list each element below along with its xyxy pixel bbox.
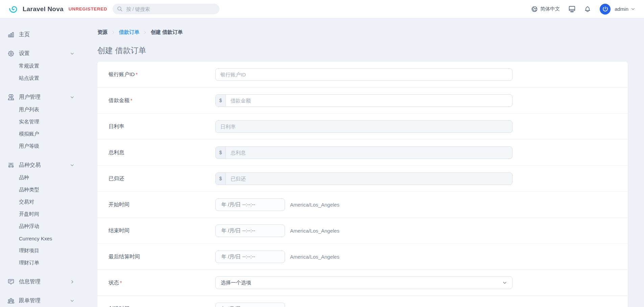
field-label: 结束时间 <box>109 227 215 234</box>
sidebar-item-site-settings[interactable]: 站点设置 <box>7 74 74 82</box>
chat-bubble-icon <box>7 278 15 285</box>
repaid-input[interactable] <box>226 173 512 185</box>
loan-amount-input[interactable] <box>226 95 512 107</box>
form-row-end-time: 结束时间 年 /月/日 --:--:-- America/Los_Angeles <box>97 218 628 244</box>
brand-name: Laravel Nova <box>23 5 64 13</box>
user-group-icon <box>7 297 15 304</box>
chart-bar-icon <box>7 31 15 38</box>
sidebar-item-user-list[interactable]: 用户列表 <box>7 105 74 114</box>
created-time-input[interactable]: 年 /月/日 --:--:-- <box>215 303 285 307</box>
nova-logo-icon <box>9 4 19 14</box>
chevron-down-icon <box>70 51 74 56</box>
license-badge: UNREGISTERED <box>69 6 107 11</box>
sidebar-item-demo-accounts[interactable]: 模拟账户 <box>7 130 74 138</box>
chevron-down-icon <box>502 280 507 285</box>
breadcrumb-loan-orders[interactable]: 借款订单 <box>119 29 139 36</box>
sidebar-item-home[interactable]: 主页 <box>7 30 74 39</box>
breadcrumb-current: 创建 借款订单 <box>151 29 183 36</box>
sidebar-item-instrument-float[interactable]: 品种浮动 <box>7 222 74 230</box>
chevron-down-icon <box>70 163 74 167</box>
sidebar-item-wealth-projects[interactable]: 理财项目 <box>7 246 74 255</box>
field-label: 日利率 <box>109 123 215 130</box>
create-form-card: 银行账户ID* 借款金额* $ 日利率 <box>97 62 628 307</box>
required-marker: * <box>130 98 132 103</box>
chevron-right-icon <box>70 280 74 284</box>
chevron-right-icon <box>111 30 115 34</box>
sidebar-item-copy-trading[interactable]: 跟单管理 <box>7 297 74 305</box>
daily-rate-input[interactable] <box>215 120 512 133</box>
form-row-total-interest: 总利息 $ <box>97 140 628 166</box>
field-label: 创建时间 <box>109 305 215 307</box>
form-row-start-time: 开始时间 年 /月/日 --:--:-- America/Los_Angeles <box>97 192 628 218</box>
username[interactable]: admin <box>615 6 628 12</box>
required-marker: * <box>136 72 138 77</box>
brand[interactable]: Laravel Nova <box>9 4 64 14</box>
locale-switcher[interactable]: 简体中文 <box>531 6 560 13</box>
field-label: 开始时间 <box>109 201 215 208</box>
sidebar-item-general-settings[interactable]: 常规设置 <box>7 62 74 70</box>
required-marker: * <box>120 280 122 285</box>
form-row-last-settle-time: 最后结算时间 年 /月/日 --:--:-- America/Los_Angel… <box>97 244 628 270</box>
sidebar-item-info-management[interactable]: 信息管理 <box>7 278 74 286</box>
form-row-status: 状态* 选择一个选项 <box>97 270 628 296</box>
sidebar-item-user-management[interactable]: 用户管理 <box>7 93 74 101</box>
locale-label: 简体中文 <box>540 6 560 12</box>
repaid-group: $ <box>215 172 512 185</box>
start-time-input[interactable]: 年 /月/日 --:--:-- <box>215 198 285 211</box>
page-title: 创建 借款订单 <box>97 45 628 56</box>
bank-account-id-input[interactable] <box>215 68 512 81</box>
form-row-created-time: 创建时间 年 /月/日 --:--:-- America/Los_Angeles <box>97 296 628 307</box>
sidebar-item-open-hours[interactable]: 开盘时间 <box>7 210 74 218</box>
field-label: 银行账户ID* <box>109 71 215 78</box>
main-content: 资源 借款订单 创建 借款订单 创建 借款订单 银行账户ID* 借款金额* $ <box>81 0 644 307</box>
field-label: 已归还 <box>109 175 215 182</box>
sliders-icon <box>7 162 15 169</box>
currency-prefix: $ <box>216 173 226 185</box>
field-label: 最后结算时间 <box>109 253 215 260</box>
theme-monitor-icon[interactable] <box>568 5 576 13</box>
form-row-loan-amount: 借款金额* $ <box>97 88 628 114</box>
end-time-input[interactable]: 年 /月/日 --:--:-- <box>215 225 285 237</box>
chevron-down-icon <box>70 95 74 99</box>
form-row-bank-account-id: 银行账户ID* <box>97 62 628 88</box>
status-select[interactable]: 选择一个选项 <box>215 276 512 289</box>
timezone-label: America/Los_Angeles <box>290 202 339 208</box>
chevron-down-icon <box>70 299 74 303</box>
sidebar-item-trading-pairs[interactable]: 交易对 <box>7 198 74 206</box>
sidebar-item-currency-kxes[interactable]: Currency Kxes <box>7 234 74 242</box>
sidebar-item-kyc-management[interactable]: 实名管理 <box>7 118 74 126</box>
sidebar-item-instrument-types[interactable]: 品种类型 <box>7 186 74 194</box>
field-label: 状态* <box>109 279 215 286</box>
field-label: 借款金额* <box>109 97 215 104</box>
timezone-label: America/Los_Angeles <box>290 228 339 234</box>
users-icon <box>7 94 15 101</box>
currency-prefix: $ <box>216 95 226 107</box>
breadcrumb-resources[interactable]: 资源 <box>97 29 108 36</box>
globe-icon <box>531 6 538 13</box>
top-header: Laravel Nova UNREGISTERED 简体中文 admin <box>0 0 644 18</box>
sidebar-item-instrument-trading[interactable]: 品种交易 <box>7 161 74 169</box>
chevron-right-icon <box>143 30 147 34</box>
avatar[interactable] <box>600 4 611 15</box>
gear-icon <box>7 50 15 57</box>
loan-amount-group: $ <box>215 94 512 107</box>
notifications-bell-icon[interactable] <box>584 6 591 13</box>
field-label: 总利息 <box>109 149 215 156</box>
sidebar-item-user-levels[interactable]: 用户等级 <box>7 142 74 150</box>
sidebar-item-wealth-orders[interactable]: 理财订单 <box>7 259 74 267</box>
last-settle-time-input[interactable]: 年 /月/日 --:--:-- <box>215 251 285 263</box>
sidebar-item-instruments[interactable]: 品种 <box>7 173 74 182</box>
search-input[interactable] <box>113 4 219 14</box>
breadcrumb: 资源 借款订单 创建 借款订单 <box>97 29 628 36</box>
user-menu-chevron-down-icon[interactable] <box>631 7 635 11</box>
global-search <box>113 4 219 14</box>
total-interest-input[interactable] <box>226 147 512 159</box>
sidebar-item-settings[interactable]: 设置 <box>7 49 74 57</box>
form-row-daily-rate: 日利率 <box>97 114 628 140</box>
sidebar: 主页 设置 常规设置 站点设置 用户管理 用户列表 实名管理 模拟账户 用户等级… <box>0 18 81 307</box>
header-right: 简体中文 admin <box>531 4 635 15</box>
search-icon <box>117 6 123 12</box>
total-interest-group: $ <box>215 146 512 159</box>
currency-prefix: $ <box>216 147 226 159</box>
timezone-label: America/Los_Angeles <box>290 254 339 260</box>
